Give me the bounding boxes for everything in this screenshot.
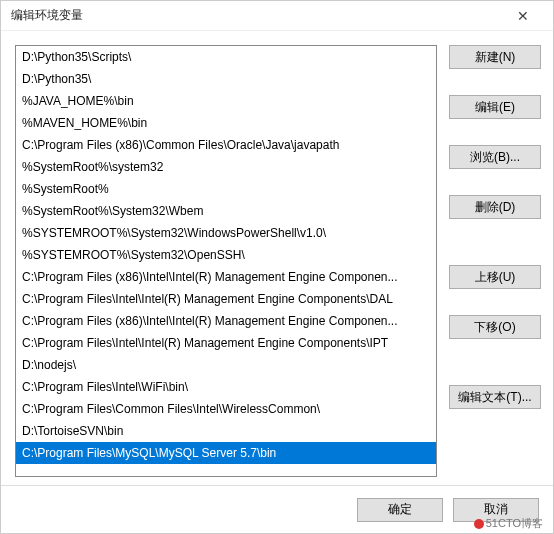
move-up-button[interactable]: 上移(U): [449, 265, 541, 289]
list-item[interactable]: C:\Program Files\Intel\Intel(R) Manageme…: [16, 332, 436, 354]
list-item[interactable]: %SYSTEMROOT%\System32\OpenSSH\: [16, 244, 436, 266]
list-item[interactable]: C:\Program Files (x86)\Intel\Intel(R) Ma…: [16, 266, 436, 288]
browse-button[interactable]: 浏览(B)...: [449, 145, 541, 169]
list-item[interactable]: %SystemRoot%\System32\Wbem: [16, 200, 436, 222]
footer: 确定 取消 51CTO博客: [1, 485, 553, 533]
edit-text-button[interactable]: 编辑文本(T)...: [449, 385, 541, 409]
list-item[interactable]: C:\Program Files\MySQL\MySQL Server 5.7\…: [16, 442, 436, 464]
content-area: D:\Python35\Scripts\D:\Python35\%JAVA_HO…: [1, 31, 553, 485]
dialog-window: 编辑环境变量 ✕ D:\Python35\Scripts\D:\Python35…: [0, 0, 554, 534]
watermark: 51CTO博客: [474, 516, 543, 531]
list-item[interactable]: C:\Program Files\Common Files\Intel\Wire…: [16, 398, 436, 420]
watermark-logo-icon: [474, 519, 484, 529]
window-title: 编辑环境变量: [11, 7, 503, 24]
list-item[interactable]: D:\Python35\Scripts\: [16, 46, 436, 68]
list-item[interactable]: %SystemRoot%: [16, 178, 436, 200]
list-item[interactable]: %SYSTEMROOT%\System32\WindowsPowerShell\…: [16, 222, 436, 244]
list-item[interactable]: %JAVA_HOME%\bin: [16, 90, 436, 112]
watermark-text: 51CTO博客: [486, 517, 543, 529]
list-item[interactable]: C:\Program Files\Intel\WiFi\bin\: [16, 376, 436, 398]
move-down-button[interactable]: 下移(O): [449, 315, 541, 339]
list-item[interactable]: %MAVEN_HOME%\bin: [16, 112, 436, 134]
delete-button[interactable]: 删除(D): [449, 195, 541, 219]
list-item[interactable]: D:\nodejs\: [16, 354, 436, 376]
close-icon[interactable]: ✕: [503, 8, 543, 24]
ok-button[interactable]: 确定: [357, 498, 443, 522]
list-item[interactable]: %SystemRoot%\system32: [16, 156, 436, 178]
list-item[interactable]: D:\Python35\: [16, 68, 436, 90]
list-item[interactable]: D:\TortoiseSVN\bin: [16, 420, 436, 442]
new-button[interactable]: 新建(N): [449, 45, 541, 69]
list-item[interactable]: C:\Program Files\Intel\Intel(R) Manageme…: [16, 288, 436, 310]
side-buttons: 新建(N) 编辑(E) 浏览(B)... 删除(D) 上移(U) 下移(O) 编…: [449, 45, 541, 477]
list-item[interactable]: C:\Program Files (x86)\Common Files\Orac…: [16, 134, 436, 156]
titlebar: 编辑环境变量 ✕: [1, 1, 553, 31]
list-item[interactable]: C:\Program Files (x86)\Intel\Intel(R) Ma…: [16, 310, 436, 332]
path-listbox[interactable]: D:\Python35\Scripts\D:\Python35\%JAVA_HO…: [15, 45, 437, 477]
edit-button[interactable]: 编辑(E): [449, 95, 541, 119]
